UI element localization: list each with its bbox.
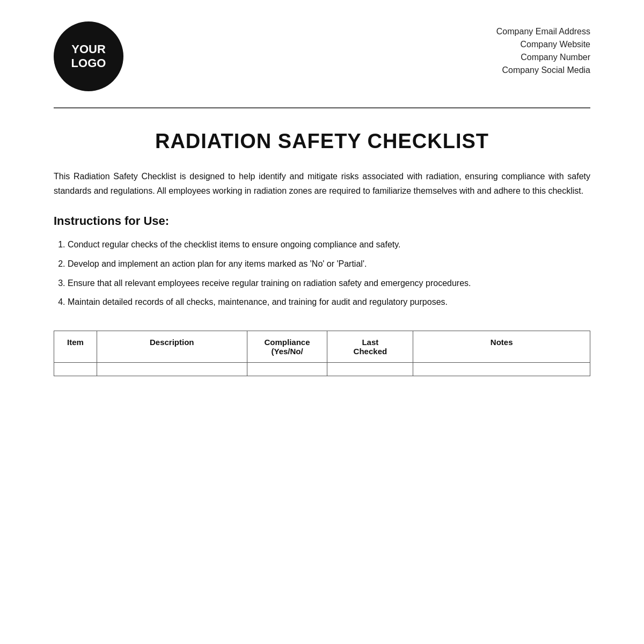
table-header-row: Item Description Compliance(Yes/No/ Last… xyxy=(54,331,590,362)
company-info-item-1: Company Website xyxy=(496,40,590,49)
table-row xyxy=(54,362,590,376)
table-cell-item xyxy=(54,362,97,376)
col-header-item: Item xyxy=(54,331,97,362)
instruction-item-2: Develop and implement an action plan for… xyxy=(68,257,590,271)
table-cell-notes xyxy=(413,362,590,376)
document-title: RADIATION SAFETY CHECKLIST xyxy=(54,130,590,153)
company-info: Company Email AddressCompany WebsiteComp… xyxy=(496,21,590,75)
table-cell-last-checked xyxy=(327,362,413,376)
company-info-item-3: Company Social Media xyxy=(496,65,590,75)
page: YOUR LOGO Company Email AddressCompany W… xyxy=(0,0,644,644)
instruction-item-1: Conduct regular checks of the checklist … xyxy=(68,238,590,252)
col-header-compliance: Compliance(Yes/No/ xyxy=(247,331,327,362)
logo-line1: YOUR xyxy=(71,42,106,56)
col-header-notes: Notes xyxy=(413,331,590,362)
header-divider xyxy=(54,107,590,108)
logo: YOUR LOGO xyxy=(54,21,123,91)
instruction-item-4: Maintain detailed records of all checks,… xyxy=(68,295,590,309)
instructions-list: Conduct regular checks of the checklist … xyxy=(54,238,590,309)
col-header-last-checked: LastChecked xyxy=(327,331,413,362)
col-header-description: Description xyxy=(97,331,247,362)
table-cell-compliance xyxy=(247,362,327,376)
company-info-item-2: Company Number xyxy=(496,53,590,62)
intro-text: This Radiation Safety Checklist is desig… xyxy=(54,169,590,198)
table-cell-description xyxy=(97,362,247,376)
instruction-item-3: Ensure that all relevant employees recei… xyxy=(68,276,590,290)
header: YOUR LOGO Company Email AddressCompany W… xyxy=(54,21,590,102)
instructions-heading: Instructions for Use: xyxy=(54,214,590,228)
company-info-item-0: Company Email Address xyxy=(496,27,590,36)
logo-line2: LOGO xyxy=(71,56,106,70)
checklist-table: Item Description Compliance(Yes/No/ Last… xyxy=(54,331,590,376)
